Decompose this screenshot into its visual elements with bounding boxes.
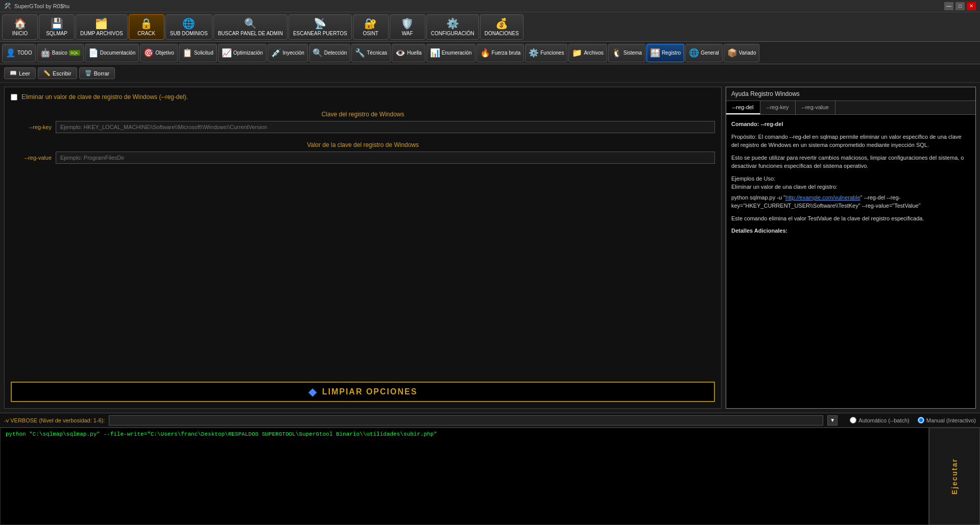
sec-btn-objetivo[interactable]: 🎯Objetivo xyxy=(140,44,178,62)
sec-btn-general[interactable]: 🌐General xyxy=(685,44,723,62)
manual-mode-radio[interactable] xyxy=(918,417,924,423)
toolbar-btn-escanear[interactable]: 📡ESCANEAR PUERTOS xyxy=(289,14,352,40)
inyeccion-label: Inyección xyxy=(283,50,304,56)
sec-btn-huella[interactable]: 👁️Huella xyxy=(392,44,425,62)
reg-value-input[interactable] xyxy=(56,152,715,164)
borrar-icon: 🗑️ xyxy=(85,70,92,77)
auto-mode-option[interactable]: Automático (--batch) xyxy=(850,417,910,423)
reg-key-prefix: --reg-key xyxy=(11,124,52,130)
reg-key-input[interactable] xyxy=(56,121,715,133)
toolbar-btn-configuracion[interactable]: ⚙️CONFIGURACIÓN xyxy=(426,14,479,40)
toolbar-btn-subdominios[interactable]: 🌐SUB DOMINIOS xyxy=(165,14,212,40)
reg-value-group: Valor de la clave del registro de Window… xyxy=(11,141,715,164)
verbose-input[interactable] xyxy=(109,415,823,426)
archivos-icon: 📁 xyxy=(572,48,582,58)
sec-btn-todo[interactable]: 👤TODO xyxy=(2,44,36,62)
sec-btn-sistema[interactable]: 🐧Sistema xyxy=(608,44,646,62)
waf-label: WAF xyxy=(402,31,413,36)
escribir-label: Escribir xyxy=(53,70,71,77)
sec-btn-registro[interactable]: 🪟Registro xyxy=(647,44,684,62)
toolbar-btn-dump[interactable]: 🗂️DUMP ARCHIVOS xyxy=(76,14,128,40)
sec-btn-deteccion[interactable]: 🔍Detección xyxy=(309,44,350,62)
help-tab-reg-del[interactable]: --reg-del xyxy=(726,101,760,114)
subdominios-label: SUB DOMINIOS xyxy=(170,31,208,36)
main-toolbar: 🏠INICIO💾SQLMAP🗂️DUMP ARCHIVOS🔒CRACK🌐SUB … xyxy=(0,12,980,42)
sec-btn-documentacion[interactable]: 📄Documentación xyxy=(85,44,139,62)
objetivo-icon: 🎯 xyxy=(144,48,154,58)
action-toolbar: 📖Leer✏️Escribir🗑️Borrar xyxy=(0,64,980,83)
escanear-label: ESCANEAR PUERTOS xyxy=(293,31,347,36)
reg-key-section-label: Clave del registro de Windows xyxy=(11,111,715,118)
verbose-bar: -v VERBOSE (Nivel de verbosidad: 1-6): ▼… xyxy=(0,413,980,428)
auto-mode-radio[interactable] xyxy=(850,417,856,423)
registro-label: Registro xyxy=(662,50,681,56)
optimizacion-icon: 📈 xyxy=(222,48,232,58)
sec-btn-solicitud[interactable]: 📋Solicitud xyxy=(179,44,217,62)
help-tabs: --reg-del --reg-key --reg-value xyxy=(726,101,975,115)
sec-btn-variado[interactable]: 📦Variado xyxy=(724,44,760,62)
maximize-button[interactable]: □ xyxy=(955,2,965,10)
auto-mode-label: Automático (--batch) xyxy=(858,417,910,423)
help-tab-reg-value[interactable]: --reg-value xyxy=(796,101,835,114)
help-tab-reg-key[interactable]: --reg-key xyxy=(760,101,796,114)
close-button[interactable]: ✕ xyxy=(967,2,976,10)
clear-options-button[interactable]: ◆ LIMPIAR OPCIONES xyxy=(11,382,715,402)
toolbar-btn-sqlmap[interactable]: 💾SQLMAP xyxy=(39,14,75,40)
titlebar-left: 🛠️ SuperGTool by R0$hu xyxy=(4,3,69,9)
configuracion-label: CONFIGURACIÓN xyxy=(431,31,474,36)
sec-btn-fuerza_bruta[interactable]: 🔥Fuerza bruta xyxy=(476,44,524,62)
minimize-button[interactable]: — xyxy=(944,2,953,10)
deteccion-label: Detección xyxy=(324,50,347,56)
todo-label: TODO xyxy=(17,50,32,56)
funciones-icon: ⚙️ xyxy=(529,48,539,58)
toolbar-btn-osint[interactable]: 🔐OSINT xyxy=(353,14,389,40)
sqlmap-label: SQLMAP xyxy=(46,31,67,36)
manual-mode-label: Manual (Interactivo) xyxy=(926,417,976,423)
deteccion-icon: 🔍 xyxy=(313,48,323,58)
manual-mode-option[interactable]: Manual (Interactivo) xyxy=(918,417,976,423)
sqlmap-icon: 💾 xyxy=(51,17,63,30)
action-btn-borrar[interactable]: 🗑️Borrar xyxy=(79,67,115,79)
help-para-6: Detalles Adicionales: xyxy=(731,227,970,235)
toolbar-btn-inicio[interactable]: 🏠INICIO xyxy=(2,14,38,40)
action-btn-escribir[interactable]: ✏️Escribir xyxy=(38,67,77,79)
sec-btn-funciones[interactable]: ⚙️Funciones xyxy=(525,44,567,62)
help-heading: Comando: --reg-del xyxy=(731,120,970,129)
verbose-dropdown-arrow[interactable]: ▼ xyxy=(827,415,838,426)
dump-label: DUMP ARCHIVOS xyxy=(80,31,123,36)
sistema-label: Sistema xyxy=(624,50,642,56)
solicitud-label: Solicitud xyxy=(194,50,213,56)
action-btn-leer[interactable]: 📖Leer xyxy=(4,67,36,79)
toolbar-btn-waf[interactable]: 🛡️WAF xyxy=(390,14,425,40)
toolbar-btn-donaciones[interactable]: 💰DONACIONES xyxy=(480,14,523,40)
sec-btn-inyeccion[interactable]: 💉Inyección xyxy=(268,44,308,62)
sec-btn-archivos[interactable]: 📁Archivos xyxy=(568,44,607,62)
solicitud-icon: 📋 xyxy=(182,48,193,58)
sec-btn-tecnicas[interactable]: 🔧Técnicas xyxy=(351,44,391,62)
clear-options-label: LIMPIAR OPCIONES xyxy=(322,387,418,396)
help-link[interactable]: http://example.com/vulnerable xyxy=(785,194,861,201)
help-content: Comando: --reg-del Propósito: El comando… xyxy=(726,115,975,408)
buscar_panel-icon: 🔍 xyxy=(244,17,257,30)
sec-btn-basico[interactable]: 🤖BasicoSQL xyxy=(37,44,84,62)
sec-btn-enumeracion[interactable]: 📊Enumeración xyxy=(426,44,475,62)
app-icon: 🛠️ xyxy=(4,3,11,9)
variado-icon: 📦 xyxy=(727,48,737,58)
help-para-3: Ejemplos de Uso:Eliminar un valor de una… xyxy=(731,174,970,191)
escribir-icon: ✏️ xyxy=(43,70,51,77)
basico-icon: 🤖 xyxy=(40,48,51,58)
execute-button[interactable]: Ejecutar xyxy=(950,458,959,494)
reg-del-checkbox[interactable] xyxy=(11,94,17,101)
registro-icon: 🪟 xyxy=(650,48,660,58)
toolbar-btn-crack[interactable]: 🔒CRACK xyxy=(129,14,164,40)
escanear-icon: 📡 xyxy=(314,17,326,30)
sec-btn-optimizacion[interactable]: 📈Optimización xyxy=(218,44,267,62)
app-title: SuperGTool by R0$hu xyxy=(14,3,69,9)
reg-key-group: Clave del registro de Windows --reg-key xyxy=(11,111,715,133)
tecnicas-icon: 🔧 xyxy=(355,48,365,58)
left-panel: Eliminar un valor de clave de registro d… xyxy=(4,87,722,409)
toolbar-btn-buscar_panel[interactable]: 🔍BUSCAR PANEL DE ADMIN xyxy=(213,14,288,40)
help-panel-title: Ayuda Registro Windows xyxy=(726,87,975,101)
execute-panel: Ejecutar xyxy=(929,428,980,525)
objetivo-label: Objetivo xyxy=(155,50,174,56)
